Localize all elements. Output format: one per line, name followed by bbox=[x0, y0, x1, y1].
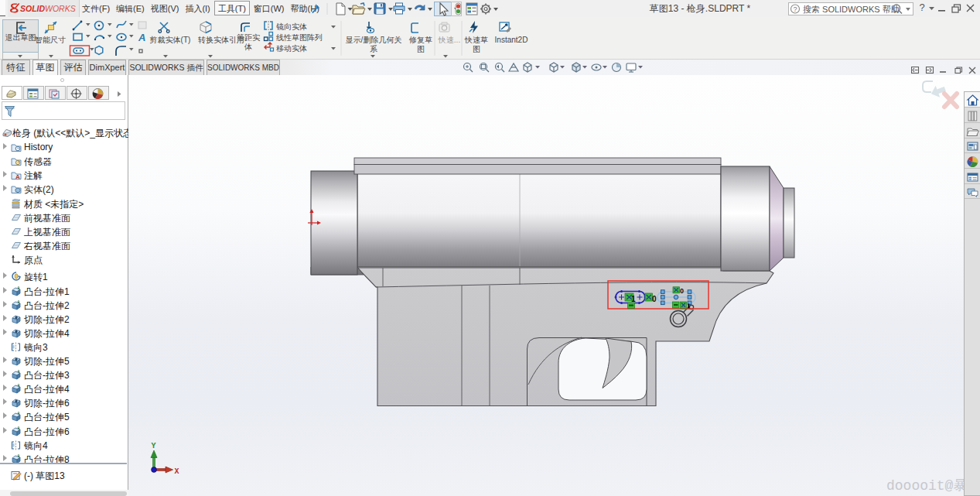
svg-text:0: 0 bbox=[652, 295, 657, 303]
svg-text:搜索 SOLIDWORKS 帮助: 搜索 SOLIDWORKS 帮助 bbox=[803, 5, 900, 14]
svg-text:1: 1 bbox=[631, 295, 636, 303]
svg-text:WORKS: WORKS bbox=[45, 4, 76, 13]
svg-text:X: X bbox=[175, 467, 179, 476]
svg-text:SOLID: SOLID bbox=[20, 4, 46, 13]
svg-text:?: ? bbox=[793, 5, 797, 13]
svg-text:Y: Y bbox=[152, 442, 156, 450]
svg-text:A: A bbox=[138, 32, 145, 43]
svg-text:0: 0 bbox=[680, 287, 684, 295]
